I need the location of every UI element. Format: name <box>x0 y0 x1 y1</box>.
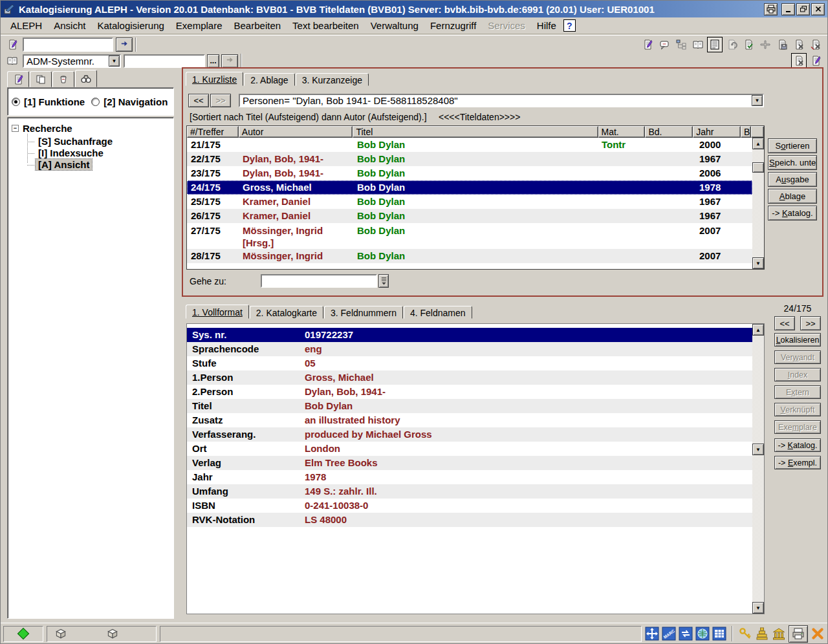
titlebar-print-button[interactable] <box>764 3 778 16</box>
close-page-button[interactable] <box>808 37 823 52</box>
scroll-up-button[interactable]: ▲ <box>752 324 764 336</box>
menu-aleph[interactable]: ALEPH <box>5 17 48 34</box>
index-button[interactable]: Index <box>774 368 821 381</box>
results-scrollbar[interactable]: ▲ ▼ <box>752 138 764 269</box>
table-row[interactable]: 26/175Kramer, DanielBob Dylan1967 <box>187 209 752 223</box>
ausgabe-button[interactable]: Ausgabe <box>768 172 817 187</box>
menu-exemplare[interactable]: Exemplare <box>170 17 228 34</box>
goto-spinner-button[interactable] <box>378 274 389 288</box>
table-row[interactable]: 25/175Kramer, DanielBob Dylan1967 <box>187 195 752 209</box>
scroll-down-button[interactable]: ▼ <box>752 257 764 269</box>
record-scrollbar[interactable]: ▲ ▼ ▼ <box>752 324 764 614</box>
tab-2-ablage[interactable]: 2. Ablage <box>244 73 294 86</box>
tree-collapse-icon[interactable]: − <box>12 125 19 132</box>
book-button[interactable] <box>690 37 706 52</box>
quick-search-button[interactable] <box>5 37 20 52</box>
quick-search-input[interactable] <box>23 38 113 52</box>
menu-bearbeiten[interactable]: Bearbeiten <box>228 17 287 34</box>
record-row-titel[interactable]: TitelBob Dylan <box>187 399 752 413</box>
table-row[interactable]: 23/175Dylan, Bob, 1941-Bob Dylan2006 <box>187 166 752 180</box>
tab-2-katalogkarte[interactable]: 2. Katalogkarte <box>250 306 323 319</box>
transfer-button[interactable] <box>679 627 693 641</box>
navigation-radio[interactable] <box>91 98 100 106</box>
tree-item-s-suchanfrage[interactable]: [S] Suchanfrage <box>36 136 115 147</box>
exempl-button[interactable]: -> Exempl. <box>774 456 821 469</box>
edit-note-button[interactable] <box>808 53 823 69</box>
katalog-button[interactable]: -> Katalog. <box>774 438 821 452</box>
browse-button[interactable]: ... <box>207 54 219 68</box>
undo-page-button[interactable] <box>724 37 739 52</box>
column-header-titel[interactable]: Titel <box>353 126 598 138</box>
speich-unter-button[interactable]: Speich. unter <box>768 155 817 170</box>
previous-record-button[interactable]: << <box>774 316 795 330</box>
record-jump-button[interactable] <box>5 53 20 69</box>
marc-button[interactable]: MARC <box>662 627 676 641</box>
tree-item-a-ansicht[interactable]: [A] Ansicht <box>36 159 92 170</box>
printer-button[interactable] <box>789 625 808 643</box>
queue-button[interactable] <box>755 627 769 641</box>
goto-input[interactable] <box>261 274 377 288</box>
menu-ansicht[interactable]: Ansicht <box>48 17 91 34</box>
extern-button[interactable]: Extern <box>774 385 821 399</box>
table-row[interactable]: 27/175Mössinger, Ingrid[Hrsg.]Bob Dylan2… <box>187 223 752 249</box>
tree-root-recherche[interactable]: − Recherche <box>12 123 169 134</box>
query-combobox[interactable]: Personen= "Dylan, Bob 1941- DE-588118528… <box>239 94 764 107</box>
tab-1-kurzliste[interactable]: 1. Kurzliste <box>186 72 243 86</box>
key-button[interactable] <box>738 627 752 641</box>
record-row-1-person[interactable]: 1.PersonGross, Michael <box>187 370 752 385</box>
edit-note-button[interactable] <box>640 37 655 52</box>
hierarchy-button[interactable] <box>673 37 689 52</box>
column-header-b[interactable]: B <box>741 126 751 138</box>
sortieren-button[interactable]: Sortieren <box>768 138 817 153</box>
table-row[interactable]: 24/175Gross, MichaelBob Dylan1978 <box>187 180 752 195</box>
scroll-down-button[interactable]: ▼ <box>752 602 764 614</box>
functions-radio[interactable] <box>12 98 20 106</box>
globe-button[interactable] <box>695 627 710 641</box>
jump-go-button[interactable] <box>221 54 238 68</box>
scroll-down-button[interactable]: ▼ <box>752 444 764 455</box>
column-header-jahr[interactable]: Jahr <box>693 126 741 138</box>
delete-page-button[interactable] <box>791 37 807 52</box>
sidebar-tab-binoculars[interactable] <box>75 70 97 87</box>
record-row-rvk-notation[interactable]: RVK-NotationLS 48000 <box>187 513 752 527</box>
previous-set-button[interactable]: << <box>188 94 209 107</box>
jump-value-input[interactable] <box>124 54 205 68</box>
jump-type-dropdown-button[interactable]: ▼ <box>109 56 120 67</box>
table-row[interactable]: 22/175Dylan, Bob, 1941-Bob Dylan1967 <box>187 152 752 166</box>
tab-1-vollformat[interactable]: 1. Vollformat <box>186 305 249 319</box>
scroll-up-button[interactable]: ▲ <box>752 138 764 149</box>
verknüpft-button[interactable]: Verknüpft <box>774 403 821 416</box>
close-red-button[interactable] <box>811 627 825 641</box>
jump-type-select[interactable]: ADM-Systemnr. ▼ <box>23 54 121 68</box>
menu-katalogisierung[interactable]: Katalogisierung <box>91 17 169 34</box>
menu-verwaltung[interactable]: Verwaltung <box>365 17 424 34</box>
record-row-ort[interactable]: OrtLondon <box>187 442 752 456</box>
list-button[interactable] <box>707 37 723 52</box>
record-row-jahr[interactable]: Jahr1978 <box>187 470 752 484</box>
column-header-autor[interactable]: Autor <box>239 126 353 138</box>
record-row-sys-nr[interactable]: Sys. nr.019722237 <box>187 328 752 342</box>
tree-item-i-indexsuche[interactable]: [I] Indexsuche <box>36 147 106 158</box>
record-row-2-person[interactable]: 2.PersonDylan, Bob, 1941- <box>187 385 752 399</box>
tab-3-kurzanzeige[interactable]: 3. Kurzanzeige <box>296 73 369 86</box>
sidebar-tab-edit-note[interactable] <box>7 71 29 87</box>
delete-page-button[interactable] <box>791 53 807 69</box>
column-header-bd[interactable]: Bd. <box>645 126 693 138</box>
tab-3-feldnummern[interactable]: 3. Feldnummern <box>324 306 403 319</box>
lokalisieren-button[interactable]: Lokalisieren <box>774 333 821 347</box>
move-button[interactable] <box>645 627 659 641</box>
column-header-treffer[interactable]: #/Treffer <box>187 126 239 138</box>
save-page-button[interactable] <box>774 37 790 52</box>
menu-services[interactable]: Services <box>482 17 531 34</box>
sidebar-tab-copy-pages[interactable] <box>30 71 52 87</box>
tab-4-feldnamen[interactable]: 4. Feldnamen <box>404 306 472 319</box>
menu-text-bearbeiten[interactable]: Text bearbeiten <box>287 17 365 34</box>
check-page-button[interactable] <box>741 37 756 52</box>
push-button[interactable] <box>757 37 773 52</box>
record-row-zusatz[interactable]: Zusatzan illustrated history <box>187 413 752 427</box>
ablage-button[interactable]: Ablage <box>768 189 817 204</box>
menu-hilfe[interactable]: Hilfe <box>531 17 562 34</box>
query-dropdown-button[interactable]: ▼ <box>752 95 763 106</box>
record-row-verlag[interactable]: VerlagElm Tree Books <box>187 456 752 470</box>
help-button[interactable]: ? <box>563 19 576 32</box>
